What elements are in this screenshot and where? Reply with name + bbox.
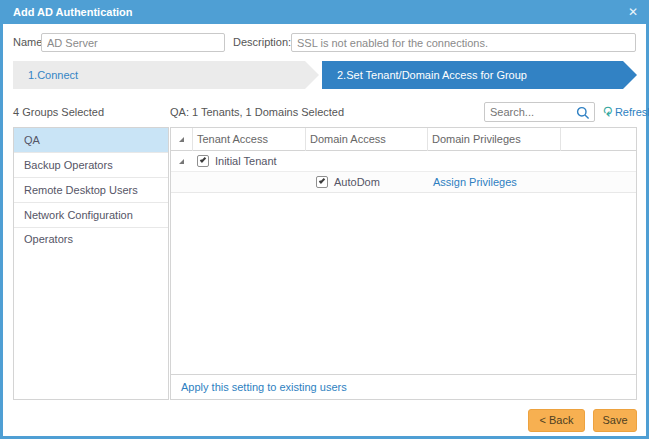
group-list: QA Backup Operators Remote Desktop Users… (13, 127, 169, 400)
apply-to-existing-users-link[interactable]: Apply this setting to existing users (181, 381, 347, 393)
dialog-header: Add AD Authentication ✕ (0, 0, 649, 24)
tenant-name: Initial Tenant (215, 151, 277, 171)
column-header-domain-access[interactable]: Domain Access (306, 128, 428, 151)
table-row-autodom: AutoDom Assign Privileges (171, 172, 636, 193)
search-input[interactable] (490, 103, 575, 121)
save-button[interactable]: Save (593, 409, 637, 432)
group-item-qa[interactable]: QA (14, 128, 168, 153)
add-ad-authentication-dialog: Add AD Authentication ✕ Name: Descriptio… (0, 0, 649, 439)
refresh-label: Refresh (615, 106, 649, 118)
wizard-step-connect[interactable]: 1.Connect (13, 61, 319, 89)
description-input[interactable] (291, 33, 636, 52)
collapse-all-column[interactable] (171, 128, 193, 151)
collapse-all-icon[interactable] (179, 137, 184, 142)
refresh-button[interactable]: ⟳Refresh (602, 104, 649, 119)
autodom-checkbox[interactable] (316, 176, 328, 188)
dialog-body: Name: Description: 1.Connect 2.Set Tenan… (3, 24, 646, 436)
grid-footer: Apply this setting to existing users (171, 374, 636, 399)
check-icon (319, 177, 325, 183)
tenant-domain-access-grid: Tenant Access Domain Access Domain Privi… (170, 127, 637, 400)
refresh-icon: ⟳ (600, 106, 615, 117)
search-box[interactable] (484, 102, 595, 122)
table-row-initial-tenant: Initial Tenant (171, 151, 636, 172)
column-header-domain-privileges[interactable]: Domain Privileges (428, 128, 561, 151)
column-header-filler (561, 128, 636, 151)
group-item-backup-operators[interactable]: Backup Operators (14, 153, 168, 178)
row-expander-icon[interactable] (179, 159, 184, 164)
close-icon[interactable]: ✕ (625, 0, 641, 24)
name-input[interactable] (41, 33, 225, 52)
column-header-tenant-access[interactable]: Tenant Access (193, 128, 306, 151)
wizard-step-tenant-domain-access[interactable]: 2.Set Tenant/Domain Access for Group (322, 61, 637, 89)
dialog-title: Add AD Authentication (13, 0, 133, 24)
group-item-remote-desktop-users[interactable]: Remote Desktop Users (14, 178, 168, 203)
initial-tenant-checkbox[interactable] (197, 155, 209, 167)
groups-selected-summary: 4 Groups Selected (13, 106, 104, 118)
check-icon (200, 156, 206, 162)
search-icon[interactable] (576, 106, 590, 120)
assign-privileges-link[interactable]: Assign Privileges (433, 172, 517, 192)
grid-header: Tenant Access Domain Access Domain Privi… (171, 128, 636, 151)
back-button[interactable]: < Back (528, 409, 585, 432)
domain-name: AutoDom (334, 172, 380, 192)
group-item-network-configuration-operators[interactable]: Network Configuration Operators (14, 203, 168, 228)
tenant-domain-selection-summary: QA: 1 Tenants, 1 Domains Selected (170, 106, 344, 118)
description-label: Description: (233, 33, 291, 52)
